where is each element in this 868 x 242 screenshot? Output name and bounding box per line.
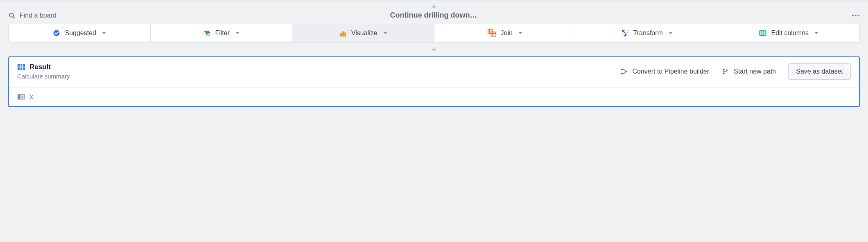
column-table-icon xyxy=(17,94,25,100)
transform-button[interactable]: Transform xyxy=(576,24,718,42)
svg-rect-12 xyxy=(342,31,344,36)
chevron-down-icon xyxy=(383,32,387,34)
calculate-summary-link[interactable]: Calculate summary xyxy=(17,73,70,80)
filter-button[interactable]: Filter xyxy=(151,24,293,42)
svg-rect-23 xyxy=(760,31,766,36)
convert-pipeline-label: Convert to Pipeline builder xyxy=(632,68,709,75)
search-placeholder: Find a board xyxy=(20,12,57,19)
svg-line-2 xyxy=(13,16,14,18)
chevron-down-icon xyxy=(235,32,240,34)
search-icon xyxy=(8,12,16,19)
suggested-label: Suggested xyxy=(65,29,96,37)
join-button[interactable]: Join xyxy=(434,24,576,42)
svg-rect-11 xyxy=(340,33,341,36)
result-table-icon xyxy=(17,63,25,71)
action-bar: Suggested Filter Visualize Join xyxy=(8,24,860,43)
svg-rect-18 xyxy=(491,32,496,36)
more-menu[interactable] xyxy=(811,14,860,17)
svg-rect-13 xyxy=(344,32,346,36)
chevron-down-icon xyxy=(102,32,106,34)
visualize-label: Visualize xyxy=(351,29,377,37)
join-icon xyxy=(488,29,497,37)
visualize-icon xyxy=(339,29,347,37)
svg-rect-41 xyxy=(18,94,20,99)
visualize-button[interactable]: Visualize xyxy=(292,24,434,42)
flow-arrow-mid xyxy=(8,43,860,56)
pipeline-icon xyxy=(620,67,628,76)
edit-columns-label: Edit columns xyxy=(771,29,809,37)
start-new-path-button[interactable]: Start new path xyxy=(721,67,776,76)
chevron-down-icon xyxy=(669,32,673,34)
suggested-button[interactable]: Suggested xyxy=(9,24,151,42)
search-input[interactable]: Find a board xyxy=(8,12,57,19)
result-columns-row: x xyxy=(9,87,859,106)
flow-arrow-top xyxy=(8,0,860,11)
filter-label: Filter xyxy=(215,29,230,37)
svg-point-33 xyxy=(621,68,622,70)
chevron-down-icon xyxy=(814,32,818,34)
result-title: Result xyxy=(29,63,51,71)
svg-point-22 xyxy=(627,32,628,33)
suggested-icon xyxy=(52,29,61,37)
svg-point-5 xyxy=(858,15,859,16)
columns-icon xyxy=(759,29,767,37)
svg-point-36 xyxy=(723,68,725,70)
svg-point-34 xyxy=(621,72,622,74)
result-header: Result Calculate summary Convert to Pipe… xyxy=(9,57,859,87)
filter-icon xyxy=(203,29,211,37)
svg-point-37 xyxy=(723,72,725,74)
svg-point-4 xyxy=(855,15,857,16)
branch-icon xyxy=(721,67,730,76)
join-label: Join xyxy=(501,29,513,37)
result-column-name[interactable]: x xyxy=(29,93,33,101)
chevron-down-icon xyxy=(518,32,522,34)
start-new-path-label: Start new path xyxy=(734,68,776,75)
result-card: Result Calculate summary Convert to Pipe… xyxy=(8,56,860,107)
drill-title: Continue drilling down… xyxy=(57,11,811,20)
save-as-dataset-button[interactable]: Save as dataset xyxy=(788,63,851,80)
edit-columns-button[interactable]: Edit columns xyxy=(718,24,860,42)
transform-icon xyxy=(621,29,629,37)
svg-point-21 xyxy=(627,30,628,31)
transform-label: Transform xyxy=(633,29,663,37)
svg-point-3 xyxy=(852,15,854,16)
convert-pipeline-button[interactable]: Convert to Pipeline builder xyxy=(620,67,709,76)
